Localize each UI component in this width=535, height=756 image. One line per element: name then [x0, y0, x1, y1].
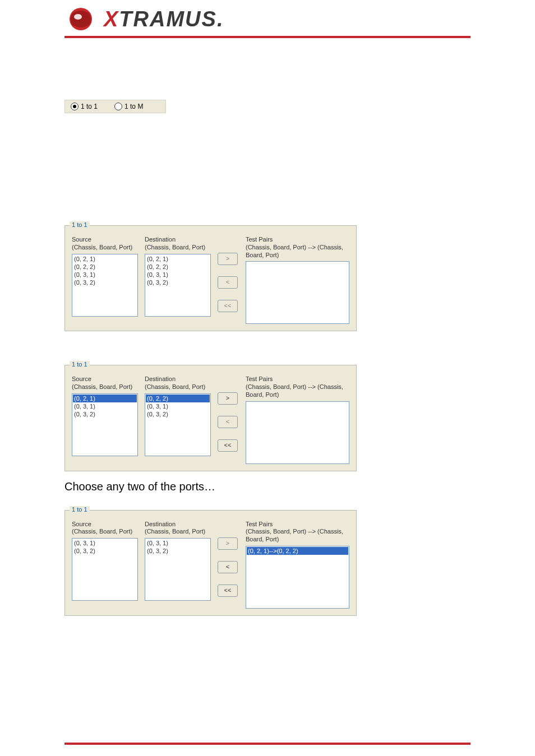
radio-label: 1 to M — [124, 103, 143, 110]
col-source: Source (Chassis, Board, Port) (0, 2, 1)(… — [72, 375, 138, 456]
list-item[interactable]: (0, 2, 1) — [73, 395, 137, 402]
figure-3: 1 to 1 Source (Chassis, Board, Port) (0,… — [64, 510, 471, 616]
list-item[interactable]: (0, 3, 2) — [146, 410, 210, 418]
list-item[interactable]: (0, 3, 1) — [73, 402, 137, 410]
figure-1: 1 to 1 Source (Chassis, Board, Port) (0,… — [64, 225, 471, 331]
col-buttons: > < << — [218, 537, 239, 597]
logo: XTRAMUS. — [64, 6, 535, 33]
list-item[interactable]: (0, 2, 1) — [73, 255, 137, 263]
groupbox-1to1: 1 to 1 Source (Chassis, Board, Port) (0,… — [64, 225, 357, 331]
source-listbox[interactable]: (0, 2, 1)(0, 2, 2)(0, 3, 1)(0, 3, 2) — [72, 254, 138, 317]
list-item[interactable]: (0, 3, 1) — [73, 539, 137, 547]
col-buttons: > < << — [218, 392, 239, 452]
col-pairs: Test Pairs (Chassis, Board, Port) --> (C… — [246, 375, 349, 463]
list-item[interactable]: (0, 3, 2) — [73, 279, 137, 286]
list-item[interactable]: (0, 2, 2) — [146, 395, 210, 402]
pairs-listbox[interactable]: (0, 2, 1)-->(0, 2, 2) — [246, 546, 349, 609]
logo-text: XTRAMUS. — [104, 7, 224, 31]
footer-divider — [64, 743, 471, 745]
groupbox-legend: 1 to 1 — [70, 506, 90, 513]
figure-2: 1 to 1 Source (Chassis, Board, Port) (0,… — [64, 365, 471, 471]
pairs-listbox[interactable] — [246, 261, 349, 324]
list-item[interactable]: (0, 3, 2) — [73, 547, 137, 555]
col-buttons: > < << — [218, 253, 239, 312]
pairs-header: Test Pairs (Chassis, Board, Port) --> (C… — [246, 521, 349, 544]
remove-button[interactable]: < — [218, 416, 238, 428]
add-button[interactable]: > — [218, 537, 238, 550]
remove-button[interactable]: < — [218, 561, 238, 573]
page: XTRAMUS. 1 to 1 1 to M 1 to 1 — [0, 0, 535, 756]
dest-header: Destination (Chassis, Board, Port) — [145, 375, 211, 391]
dest-header: Destination (Chassis, Board, Port) — [145, 521, 211, 536]
clear-button[interactable]: << — [218, 439, 238, 452]
source-listbox[interactable]: (0, 3, 1)(0, 3, 2) — [72, 538, 138, 601]
groupbox-1to1: 1 to 1 Source (Chassis, Board, Port) (0,… — [64, 510, 357, 616]
pairs-header: Test Pairs (Chassis, Board, Port) --> (C… — [246, 375, 349, 398]
list-item[interactable]: (0, 3, 2) — [146, 547, 210, 555]
list-item[interactable]: (0, 3, 2) — [146, 279, 210, 286]
radio-1toM[interactable]: 1 to M — [114, 103, 143, 110]
dest-listbox[interactable]: (0, 3, 1)(0, 3, 2) — [145, 538, 211, 601]
radio-1to1[interactable]: 1 to 1 — [71, 103, 98, 110]
groupbox-legend: 1 to 1 — [70, 221, 90, 228]
col-pairs: Test Pairs (Chassis, Board, Port) --> (C… — [246, 521, 349, 609]
pairs-header: Test Pairs (Chassis, Board, Port) --> (C… — [246, 236, 349, 259]
col-source: Source (Chassis, Board, Port) (0, 2, 1)(… — [72, 236, 138, 317]
col-destination: Destination (Chassis, Board, Port) (0, 2… — [145, 375, 211, 456]
logo-icon — [64, 6, 97, 33]
caption-choose: Choose any two of the ports… — [64, 480, 471, 493]
list-item[interactable]: (0, 2, 2) — [73, 263, 137, 271]
dest-header: Destination (Chassis, Board, Port) — [145, 236, 211, 252]
clear-button[interactable]: << — [218, 585, 238, 597]
source-header: Source (Chassis, Board, Port) — [72, 521, 138, 536]
list-item[interactable]: (0, 3, 1) — [146, 271, 210, 279]
source-header: Source (Chassis, Board, Port) — [72, 375, 138, 391]
radio-icon — [71, 103, 79, 110]
list-item[interactable]: (0, 2, 1)-->(0, 2, 2) — [247, 547, 348, 555]
radio-label: 1 to 1 — [81, 103, 98, 110]
clear-button[interactable]: << — [218, 300, 238, 312]
list-item[interactable]: (0, 3, 1) — [73, 271, 137, 279]
groupbox-1to1: 1 to 1 Source (Chassis, Board, Port) (0,… — [64, 365, 357, 471]
list-item[interactable]: (0, 3, 2) — [73, 410, 137, 418]
list-item[interactable]: (0, 3, 1) — [146, 402, 210, 410]
add-button[interactable]: > — [218, 392, 238, 405]
list-item[interactable]: (0, 2, 1) — [146, 255, 210, 263]
list-item[interactable]: (0, 2, 2) — [146, 263, 210, 271]
remove-button[interactable]: < — [218, 276, 238, 289]
dest-listbox[interactable]: (0, 2, 1)(0, 2, 2)(0, 3, 1)(0, 3, 2) — [145, 254, 211, 317]
header: XTRAMUS. — [0, 0, 535, 33]
add-button[interactable]: > — [218, 253, 238, 265]
groupbox-legend: 1 to 1 — [70, 361, 90, 368]
dest-listbox[interactable]: (0, 2, 2)(0, 3, 1)(0, 3, 2) — [145, 393, 211, 456]
source-listbox[interactable]: (0, 2, 1)(0, 3, 1)(0, 3, 2) — [72, 393, 138, 456]
pairs-listbox[interactable] — [246, 401, 349, 464]
col-destination: Destination (Chassis, Board, Port) (0, 3… — [145, 521, 211, 601]
content: 1 to 1 1 to M 1 to 1 Source (Chassis, Bo… — [0, 38, 535, 616]
mode-radio-group: 1 to 1 1 to M — [64, 100, 166, 113]
col-pairs: Test Pairs (Chassis, Board, Port) --> (C… — [246, 236, 349, 324]
svg-point-1 — [74, 14, 82, 20]
col-source: Source (Chassis, Board, Port) (0, 3, 1)(… — [72, 521, 138, 601]
col-destination: Destination (Chassis, Board, Port) (0, 2… — [145, 236, 211, 317]
list-item[interactable]: (0, 3, 1) — [146, 539, 210, 547]
radio-icon — [114, 103, 122, 110]
source-header: Source (Chassis, Board, Port) — [72, 236, 138, 252]
